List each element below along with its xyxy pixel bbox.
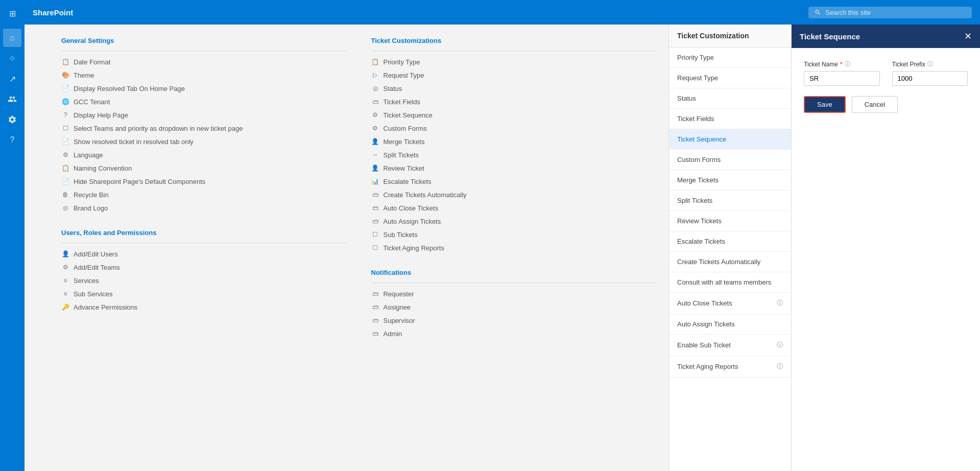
general-settings-section: General Settings 📋 Date Format 🎨 Theme 📄… xyxy=(61,37,347,215)
users-roles-section: Users, Roles and Permissions 👤 Add/Edit … xyxy=(61,229,347,314)
tc-item-request[interactable]: ▷ Request Type xyxy=(371,68,657,82)
add-users-icon: 👤 xyxy=(61,250,69,258)
tc-item-escalate[interactable]: 📊 Escalate Tickets xyxy=(371,175,657,188)
settings-item-add-users[interactable]: 👤 Add/Edit Users xyxy=(61,247,347,261)
settings-item-help-page[interactable]: ? Display Help Page xyxy=(61,108,347,122)
panel-item-priority-type[interactable]: Priority Type xyxy=(669,48,791,68)
settings-item-recycle-bin[interactable]: 🗑 Recycle Bin xyxy=(61,188,347,201)
settings-item-advance-permissions[interactable]: 🔑 Advance Permissions xyxy=(61,300,347,314)
tc-item-fields[interactable]: 🗃 Ticket Fields xyxy=(371,95,657,108)
settings-panel: General Settings 📋 Date Format 🎨 Theme 📄… xyxy=(49,25,668,471)
panel-item-status[interactable]: Status xyxy=(669,88,791,109)
ts-close-button[interactable]: ✕ xyxy=(964,32,972,41)
requester-icon: 🗃 xyxy=(371,290,379,298)
auto-assign-icon: 🗃 xyxy=(371,217,379,225)
ts-ticket-prefix-input[interactable] xyxy=(892,71,968,86)
panel-item-ticket-sequence[interactable]: Ticket Sequence xyxy=(669,129,791,150)
tc-item-priority[interactable]: 📋 Priority Type xyxy=(371,55,657,68)
settings-item-date-format[interactable]: 📋 Date Format xyxy=(61,55,347,68)
users-roles-title: Users, Roles and Permissions xyxy=(61,229,347,237)
advance-permissions-icon: 🔑 xyxy=(61,303,69,311)
app-title: SharePoint xyxy=(33,8,73,17)
ticket-aging-info-icon: ⓘ xyxy=(777,362,783,371)
settings-item-display-resolved[interactable]: 📄 Display Resolved Tab On Home Page xyxy=(61,82,347,95)
services-icon: ≡ xyxy=(61,276,69,285)
tc-item-merge[interactable]: 👤 Merge Tickets xyxy=(371,135,657,148)
globe-icon[interactable]: ○ xyxy=(3,49,21,67)
panel-item-merge-tickets[interactable]: Merge Tickets xyxy=(669,170,791,191)
tc-item-sub-tickets[interactable]: ☐ Sub Tickets xyxy=(371,228,657,241)
settings-item-show-resolved[interactable]: 📄 Show resolved ticket in resolved tab o… xyxy=(61,135,347,148)
home-icon[interactable]: ⌂ xyxy=(3,29,21,47)
ticket-fields-icon: 🗃 xyxy=(371,98,379,106)
notif-item-requester[interactable]: 🗃 Requester xyxy=(371,287,657,300)
tc-item-status[interactable]: ◎ Status xyxy=(371,82,657,95)
panel-item-escalate-tickets[interactable]: Escalate Tickets xyxy=(669,231,791,252)
ticket-customization-panel-header: Ticket Customization xyxy=(669,25,791,48)
ts-ticket-prefix-label: Ticket Prefix ⓘ xyxy=(892,60,968,68)
tc-item-sequence[interactable]: ⚙ Ticket Sequence xyxy=(371,108,657,122)
settings-item-services[interactable]: ≡ Services xyxy=(61,274,347,287)
panel-item-review-tickets[interactable]: Review Tickets xyxy=(669,211,791,231)
panel-item-auto-close[interactable]: Auto Close Tickets ⓘ xyxy=(669,293,791,314)
notif-item-assignee[interactable]: 🗃 Assignee xyxy=(371,300,657,314)
ticket-sequence-panel: Ticket Sequence ✕ Ticket Name * ⓘ Ticket… xyxy=(791,25,980,471)
search-bar[interactable] xyxy=(808,7,972,18)
general-settings-title: General Settings xyxy=(61,37,347,44)
ts-ticket-name-field: Ticket Name * ⓘ xyxy=(804,60,880,86)
help-icon[interactable]: ? xyxy=(3,131,21,149)
assignee-icon: 🗃 xyxy=(371,303,379,311)
tc-item-split[interactable]: ↔ Split Tickets xyxy=(371,148,657,161)
teams-dropdown-icon: ☐ xyxy=(61,124,69,132)
people-icon[interactable] xyxy=(3,90,21,108)
panel-item-enable-sub-ticket[interactable]: Enable Sub Ticket ⓘ xyxy=(669,335,791,356)
settings-item-gcc[interactable]: 🌐 GCC Tenant xyxy=(61,95,347,108)
naming-icon: 📋 xyxy=(61,164,69,172)
top-bar: SharePoint xyxy=(25,0,980,25)
panel-item-create-auto[interactable]: Create Tickets Automatically xyxy=(669,252,791,272)
ts-actions: Save Cancel xyxy=(804,96,968,113)
settings-item-brand-logo[interactable]: ◎ Brand Logo xyxy=(61,201,347,215)
settings-item-language[interactable]: ⚙ Language xyxy=(61,148,347,161)
notif-item-supervisor[interactable]: 🗃 Supervisor xyxy=(371,314,657,327)
ts-ticket-name-input[interactable] xyxy=(804,71,880,86)
panel-item-ticket-fields[interactable]: Ticket Fields xyxy=(669,109,791,129)
panel-item-auto-assign[interactable]: Auto Assign Tickets xyxy=(669,314,791,335)
settings-item-theme[interactable]: 🎨 Theme xyxy=(61,68,347,82)
panel-item-custom-forms[interactable]: Custom Forms xyxy=(669,150,791,170)
brand-logo-icon: ◎ xyxy=(61,204,69,212)
tc-item-aging[interactable]: ☐ Ticket Aging Reports xyxy=(371,241,657,254)
tc-item-auto-assign[interactable]: 🗃 Auto Assign Tickets xyxy=(371,215,657,228)
tc-item-auto-close[interactable]: 🗃 Auto Close Tickets xyxy=(371,201,657,215)
chart-icon[interactable]: ↗ xyxy=(3,69,21,88)
settings-icon[interactable] xyxy=(3,110,21,129)
theme-icon: 🎨 xyxy=(61,71,69,79)
cancel-button[interactable]: Cancel xyxy=(852,96,898,113)
status-icon: ◎ xyxy=(371,84,379,92)
panel-item-split-tickets[interactable]: Split Tickets xyxy=(669,191,791,211)
panel-item-ticket-aging[interactable]: Ticket Aging Reports ⓘ xyxy=(669,356,791,378)
settings-item-naming[interactable]: 📋 Naming Convention xyxy=(61,161,347,175)
settings-item-sub-services[interactable]: ≡ Sub Services xyxy=(61,287,347,300)
notif-item-admin[interactable]: 🗃 Admin xyxy=(371,327,657,340)
tc-item-custom-forms[interactable]: ⚙ Custom Forms xyxy=(371,122,657,135)
ts-form-row: Ticket Name * ⓘ Ticket Prefix ⓘ xyxy=(804,60,968,86)
panel-item-request-type[interactable]: Request Type xyxy=(669,68,791,88)
settings-item-add-teams[interactable]: ⚙ Add/Edit Teams xyxy=(61,261,347,274)
search-input[interactable] xyxy=(825,9,966,16)
settings-item-hide-components[interactable]: 📄 Hide Sharepoint Page's Default Compone… xyxy=(61,175,347,188)
recycle-bin-icon: 🗑 xyxy=(61,191,69,199)
ts-ticket-prefix-field: Ticket Prefix ⓘ xyxy=(892,60,968,86)
auto-close-info-icon: ⓘ xyxy=(777,299,783,308)
panel-item-consult[interactable]: Consult with all teams members xyxy=(669,272,791,293)
settings-item-teams-dropdown[interactable]: ☐ Select Teams and priority as dropdown … xyxy=(61,122,347,135)
settings-column-2: Ticket Customizations 📋 Priority Type ▷ … xyxy=(371,37,657,459)
ts-ticket-name-required: * xyxy=(840,61,843,68)
save-button[interactable]: Save xyxy=(804,96,846,113)
tc-item-review[interactable]: 👤 Review Ticket xyxy=(371,161,657,175)
split-tickets-icon: ↔ xyxy=(371,151,379,159)
settings-column-1: General Settings 📋 Date Format 🎨 Theme 📄… xyxy=(61,37,347,459)
apps-icon[interactable]: ⊞ xyxy=(3,4,21,22)
review-ticket-icon: 👤 xyxy=(371,164,379,172)
tc-item-create-auto[interactable]: 🗃 Create Tickets Automatically xyxy=(371,188,657,201)
